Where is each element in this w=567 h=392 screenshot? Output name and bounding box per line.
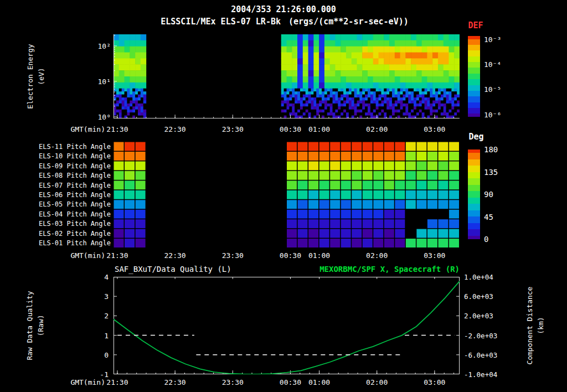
gmt-label-line: GMT(min) — [70, 378, 105, 386]
pitch-row-label: ELS-11 Pitch Angle — [39, 143, 111, 151]
pitch-row-label: ELS-09 Pitch Angle — [39, 162, 111, 170]
y-tick-label: -2.0e+03 — [464, 331, 497, 339]
y-axis-label-line: (eV) — [35, 44, 47, 109]
x-tick-label: 23:30 — [222, 125, 244, 133]
pitch-row-label: ELS-01 Pitch Angle — [39, 239, 111, 247]
header-datetime: 2004/353 21:26:00.000 — [231, 4, 336, 14]
quality-position-canvas — [114, 277, 460, 374]
science-plot-page: 2004/353 21:26:00.000 ELSSCIL/MEx ELS-07… — [0, 0, 567, 392]
colorbar-tick-label: 180 — [484, 145, 498, 154]
right-plot-title: MEXORBMC/SPF X, Spacecraft (R) — [319, 265, 460, 274]
y-axis-label-line: (km) — [535, 287, 546, 365]
colorbar-tick-label: 10⁻⁵ — [484, 85, 501, 94]
y-tick-label: 10² — [98, 42, 111, 50]
def-colorbar-title: DEF — [468, 20, 483, 30]
pitch-row-label: ELS-08 Pitch Angle — [39, 172, 111, 179]
deg-colorbar — [468, 149, 480, 239]
pitch-row-label: ELS-07 Pitch Angle — [39, 182, 111, 189]
x-tick-label: 23:30 — [222, 378, 244, 386]
pitch-row-label: ELS-02 Pitch Angle — [39, 230, 111, 238]
pitch-row-label: ELS-05 Pitch Angle — [39, 200, 111, 208]
colorbar-tick-label: 10⁻³ — [484, 35, 501, 43]
x-tick-label: 21:30 — [106, 125, 128, 133]
y-tick-label: -1 — [100, 370, 109, 379]
pitch-row-label: ELS-10 Pitch Angle — [39, 152, 111, 160]
distance-y-axis-label: Component Distance (km) — [524, 287, 546, 365]
y-axis-label-line: Raw Data Quality — [24, 291, 35, 360]
y-tick-label: -1.0e+04 — [464, 370, 497, 379]
y-tick-label: -6.0e+03 — [464, 350, 497, 359]
y-tick-label: 4 — [104, 273, 109, 281]
left-plot-title: SAF_BXuT/Data Quality (L) — [115, 265, 231, 274]
y-tick-label: 2 — [104, 312, 109, 320]
x-tick-label: 02:00 — [366, 251, 388, 260]
x-tick-label: 03:00 — [424, 251, 445, 260]
colorbar-tick-label: 10⁻⁶ — [484, 110, 501, 118]
x-tick-label: 02:00 — [366, 125, 388, 133]
colorbar-tick-label: 135 — [484, 168, 498, 177]
spectrogram-y-axis-label: Electron Energy (eV) — [25, 44, 47, 109]
colorbar-tick-label: 0 — [484, 235, 488, 244]
x-tick-label: 21:30 — [106, 251, 128, 260]
quality-y-axis-label: Raw Data Quality (Raw) — [24, 291, 46, 360]
x-tick-label: 00:30 — [280, 251, 301, 260]
y-axis-label-line: Component Distance — [524, 287, 535, 365]
y-tick-label: 1 — [104, 331, 109, 339]
colorbar-tick-label: 90 — [484, 190, 493, 199]
x-tick-label: 22:30 — [164, 251, 186, 260]
units-label: (ergs/(cm**2-sr-sec-eV)) — [288, 17, 409, 27]
x-tick-label: 00:30 — [280, 378, 301, 386]
x-tick-label: 01:00 — [308, 125, 330, 133]
x-tick-label: 00:30 — [280, 125, 301, 133]
instrument-label: ELSSCIL/MEx ELS-07 LR-Bk — [161, 17, 281, 27]
y-axis-label-line: Electron Energy — [25, 44, 36, 109]
x-tick-label: 01:00 — [308, 378, 330, 386]
x-tick-label: 01:00 — [308, 251, 330, 260]
y-axis-label-line: (Raw) — [35, 291, 46, 360]
gmt-label-pitch: GMT(min) — [70, 251, 105, 260]
pitch-row-label: ELS-04 Pitch Angle — [39, 210, 111, 218]
y-tick-label: 10⁰ — [98, 112, 111, 121]
y-tick-label: 0 — [104, 350, 109, 359]
y-tick-label: 2.0e+03 — [464, 312, 493, 320]
x-tick-label: 22:30 — [164, 378, 186, 386]
gmt-label-spectrogram: GMT(min) — [70, 125, 105, 133]
x-tick-label: 03:00 — [424, 125, 445, 133]
y-tick-label: 6.0e+03 — [464, 292, 493, 301]
y-tick-label: 1.0e+04 — [464, 273, 493, 281]
pitch-row-label: ELS-06 Pitch Angle — [39, 191, 111, 199]
x-tick-label: 23:30 — [222, 251, 244, 260]
colorbar-tick-label: 10⁻⁴ — [484, 60, 501, 69]
y-tick-label: 3 — [104, 292, 109, 301]
pitch-angle-canvas — [114, 142, 460, 248]
x-tick-label: 02:00 — [366, 378, 388, 386]
pitch-row-label: ELS-03 Pitch Angle — [39, 220, 111, 228]
x-tick-label: 21:30 — [106, 378, 128, 386]
header-title: ELSSCIL/MEx ELS-07 LR-Bk(ergs/(cm**2-sr-… — [161, 17, 409, 27]
y-tick-label: 10¹ — [98, 77, 111, 85]
def-colorbar — [468, 36, 480, 117]
electron-spectrogram-canvas — [114, 34, 460, 118]
x-tick-label: 03:00 — [424, 378, 445, 386]
x-tick-label: 22:30 — [164, 125, 186, 133]
colorbar-tick-label: 45 — [484, 213, 493, 221]
deg-colorbar-title: Deg — [468, 132, 483, 142]
